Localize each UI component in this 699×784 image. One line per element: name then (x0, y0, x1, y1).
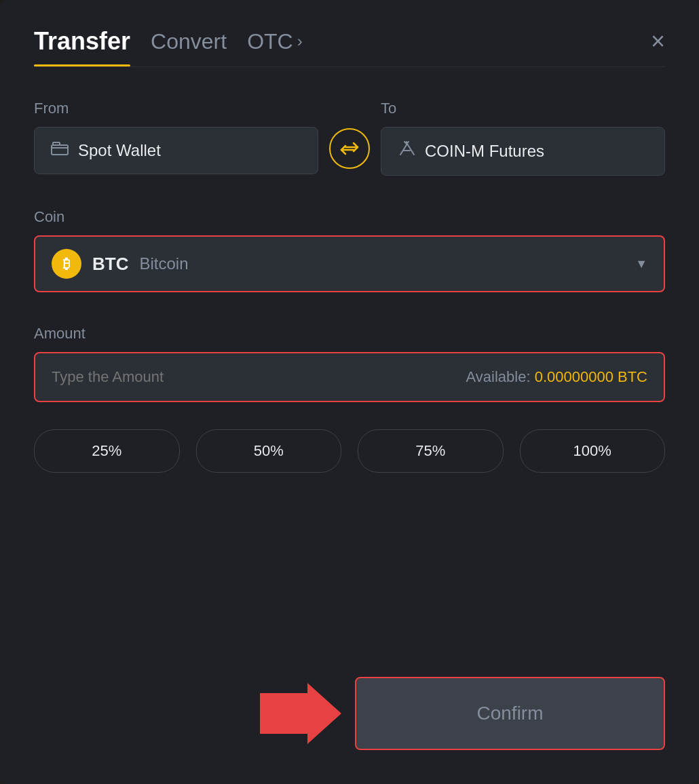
arrow-container (34, 683, 355, 744)
confirm-section: Confirm (34, 650, 665, 750)
coin-symbol: BTC (92, 254, 128, 275)
transfer-modal: Transfer Convert OTC › × From Spot Walle… (0, 0, 699, 784)
from-label: From (34, 100, 318, 117)
amount-input-box: Available: 0.00000000 BTC (34, 352, 665, 402)
to-wallet-selector[interactable]: COIN-M Futures (381, 127, 665, 176)
percent-75-button[interactable]: 75% (358, 429, 504, 473)
tab-transfer[interactable]: Transfer (34, 27, 130, 66)
to-wallet-label: COIN-M Futures (425, 142, 544, 161)
svg-rect-0 (52, 145, 68, 155)
coin-chevron-icon: ▼ (635, 257, 647, 271)
btc-icon: ₿ (52, 249, 81, 279)
percent-100-button[interactable]: 100% (520, 429, 666, 473)
percent-50-button[interactable]: 50% (196, 429, 342, 473)
swap-button[interactable] (329, 128, 370, 169)
amount-label: Amount (34, 325, 86, 342)
coin-name: Bitcoin (139, 254, 188, 273)
tab-otc[interactable]: OTC › (247, 29, 303, 65)
red-arrow-icon (260, 683, 341, 744)
header-divider (34, 66, 665, 67)
available-amount: 0.00000000 BTC (535, 368, 647, 385)
amount-input[interactable] (52, 368, 187, 386)
tab-bar: Transfer Convert OTC › × (34, 27, 665, 66)
percent-buttons: 25% 50% 75% 100% (34, 429, 665, 473)
from-to-section: From Spot Wallet (34, 100, 665, 176)
svg-rect-1 (53, 142, 60, 145)
coin-label: Coin (34, 208, 64, 225)
futures-icon (398, 141, 415, 161)
wallet-icon (51, 142, 69, 159)
otc-chevron-icon: › (297, 32, 303, 51)
to-group: To COIN-M Futures (381, 100, 665, 176)
swap-container (318, 128, 381, 169)
available-text: Available: 0.00000000 BTC (466, 368, 647, 386)
from-wallet-label: Spot Wallet (78, 141, 161, 160)
from-group: From Spot Wallet (34, 100, 318, 174)
confirm-button[interactable]: Confirm (355, 677, 665, 750)
percent-25-button[interactable]: 25% (34, 429, 180, 473)
coin-selector[interactable]: ₿ BTC Bitcoin ▼ (34, 235, 665, 292)
coin-section: Coin ₿ BTC Bitcoin ▼ (34, 208, 665, 292)
tab-convert[interactable]: Convert (151, 29, 227, 65)
to-label: To (381, 100, 665, 117)
amount-section: Amount Available: 0.00000000 BTC (34, 325, 665, 402)
svg-marker-2 (260, 683, 341, 744)
from-wallet-selector[interactable]: Spot Wallet (34, 127, 318, 174)
close-button[interactable]: × (651, 29, 665, 64)
